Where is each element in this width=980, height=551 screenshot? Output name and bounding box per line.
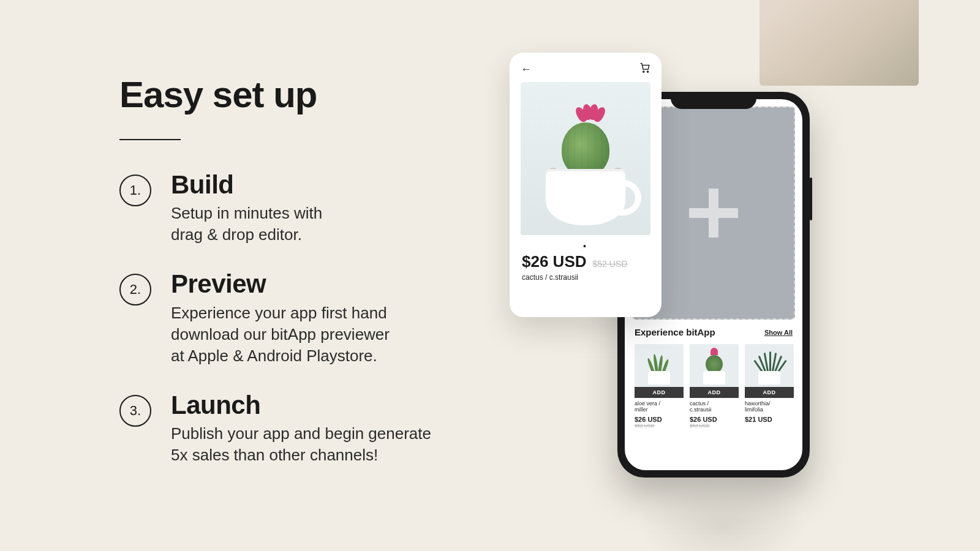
product-row: ADD aloe vera / miller $26 USD $52 USD A… xyxy=(635,344,802,429)
product-price: $21 USD xyxy=(745,416,794,423)
product-card-mini[interactable]: ADD aloe vera / miller $26 USD $52 USD xyxy=(635,344,684,429)
cart-icon[interactable] xyxy=(639,62,650,77)
step-2: 2. Preview Experience your app first han… xyxy=(119,270,499,366)
background-photo xyxy=(760,0,919,86)
product-name: cactus / c.strausii xyxy=(522,273,578,282)
add-button[interactable]: ADD xyxy=(635,387,684,398)
show-all-link[interactable]: Show All xyxy=(764,329,793,336)
product-card-mini[interactable]: ADD cactus / c.strausii $26 USD $52 USD xyxy=(690,344,739,429)
product-name: haworthia/ limifolia xyxy=(745,400,794,413)
plus-icon xyxy=(689,189,738,238)
back-arrow-icon[interactable]: ← xyxy=(521,63,532,76)
product-image xyxy=(521,82,650,235)
product-detail-card: ← • $26 USD $52 USD cactus / c.strausii xyxy=(510,53,662,317)
product-name: aloe vera / miller xyxy=(635,400,684,413)
add-button[interactable]: ADD xyxy=(745,387,794,398)
step-desc: Setup in minutes with drag & drop editor… xyxy=(171,203,499,246)
add-button[interactable]: ADD xyxy=(690,387,739,398)
step-1: 1. Build Setup in minutes with drag & dr… xyxy=(119,171,499,246)
product-oldprice: $52 USD xyxy=(635,423,684,429)
section-title: Experience bitApp xyxy=(635,327,715,337)
step-desc: Publish your app and begin generate 5x s… xyxy=(171,423,499,466)
product-oldprice: $52 USD xyxy=(690,423,739,429)
mockup-area: Experience bitApp Show All ADD aloe vera… xyxy=(502,0,943,551)
step-title: Launch xyxy=(171,391,499,419)
step-number: 2. xyxy=(119,274,151,305)
step-title: Preview xyxy=(171,270,499,298)
step-3: 3. Launch Publish your app and begin gen… xyxy=(119,391,499,466)
pagination-dots: • xyxy=(510,241,662,251)
step-number: 3. xyxy=(119,395,151,427)
product-card-mini[interactable]: ADD haworthia/ limifolia $21 USD xyxy=(745,344,794,429)
mug-illustration xyxy=(546,169,625,225)
svg-point-1 xyxy=(647,71,648,72)
content-left: Easy set up 1. Build Setup in minutes wi… xyxy=(119,73,499,490)
step-desc: Experience your app first hand download … xyxy=(171,302,499,367)
old-price: $52 USD xyxy=(593,259,628,269)
svg-point-0 xyxy=(643,71,644,72)
divider xyxy=(119,139,181,140)
price: $26 USD xyxy=(522,252,587,271)
page-title: Easy set up xyxy=(119,73,499,116)
phone-shadow xyxy=(637,484,809,551)
step-number: 1. xyxy=(119,174,151,206)
product-price: $26 USD xyxy=(690,416,739,423)
product-name: cactus / c.strausii xyxy=(690,400,739,413)
product-price: $26 USD xyxy=(635,416,684,423)
step-title: Build xyxy=(171,171,499,199)
